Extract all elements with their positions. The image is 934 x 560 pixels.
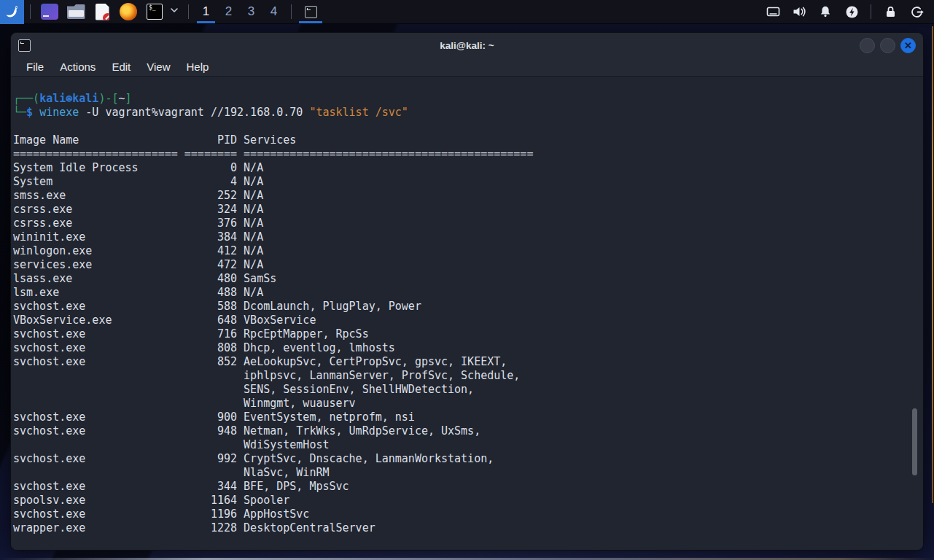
terminal-scrollbar-thumb[interactable] xyxy=(912,408,917,475)
launcher-dropdown-button[interactable] xyxy=(169,5,179,18)
menu-file[interactable]: File xyxy=(20,59,50,74)
display-tray-button[interactable] xyxy=(762,1,784,23)
close-button[interactable]: ✕ xyxy=(900,38,916,53)
command-quoted-string: "tasklist /svc" xyxy=(309,106,408,119)
wallpaper-edge-stripe xyxy=(932,26,933,503)
log-out-button[interactable] xyxy=(906,1,927,23)
display-icon xyxy=(766,6,780,18)
terminal-window-icon xyxy=(305,6,317,18)
workspace-3[interactable]: 3 xyxy=(240,0,262,23)
workspace-switcher: 1 2 3 4 xyxy=(195,0,285,23)
minimize-button[interactable] xyxy=(860,38,875,53)
menu-help[interactable]: Help xyxy=(179,59,215,74)
prompt-open: ┌──( xyxy=(13,92,39,105)
lock-screen-button[interactable] xyxy=(879,1,901,23)
prompt-mid: )-[ xyxy=(98,92,118,105)
launcher-firefox[interactable] xyxy=(117,1,139,23)
prompt-path: ~ xyxy=(119,92,125,105)
prompt-dollar: $ xyxy=(26,106,39,119)
menu-edit[interactable]: Edit xyxy=(105,59,137,74)
terminal-output: Image Name PID Services ================… xyxy=(13,120,920,535)
window-title: kali@kali: ~ xyxy=(11,40,923,51)
terminal-emulator-icon: $_ xyxy=(147,4,163,20)
panel-tray xyxy=(760,0,934,23)
prompt-line-1: ┌──(kali⊛kali)-[~] xyxy=(13,92,920,106)
log-out-icon xyxy=(910,5,924,19)
chevron-down-icon xyxy=(169,5,179,15)
text-editor-icon xyxy=(96,4,109,20)
menu-actions[interactable]: Actions xyxy=(53,59,102,74)
lock-icon xyxy=(884,5,897,18)
workspace-1[interactable]: 1 xyxy=(195,0,217,23)
bell-icon xyxy=(819,5,832,18)
titlebar[interactable]: kali@kali: ~ ✕ xyxy=(11,33,923,58)
kali-dragon-icon xyxy=(4,3,21,20)
top-panel: $_ 1 2 3 4 xyxy=(0,0,934,24)
panel-separator xyxy=(188,4,189,19)
terminal-content[interactable]: ┌──(kali⊛kali)-[~] └─$ winexe -U vagrant… xyxy=(11,77,923,550)
workspace-4[interactable]: 4 xyxy=(262,0,285,23)
prompt-close: ] xyxy=(125,92,132,105)
command-args: -U vagrant%vagrant //192.168.0.70 xyxy=(85,106,309,119)
panel-separator xyxy=(291,4,292,19)
power-manager-icon xyxy=(845,5,859,19)
launcher-terminal-emulator[interactable]: $_ xyxy=(144,1,166,23)
menu-bar: File Actions Edit View Help xyxy=(11,58,923,77)
launcher-terminal-app[interactable] xyxy=(39,1,61,23)
panel-separator xyxy=(30,4,31,19)
taskbar-window-button-terminal[interactable] xyxy=(297,0,324,23)
file-manager-icon xyxy=(67,4,85,19)
launcher-file-manager[interactable] xyxy=(65,1,87,23)
panel-launchers: $_ 1 2 3 4 xyxy=(0,0,324,23)
kali-menu-button[interactable] xyxy=(0,0,24,24)
power-manager-tray-button[interactable] xyxy=(841,1,863,23)
command-name: winexe xyxy=(39,106,85,119)
workspace-2[interactable]: 2 xyxy=(217,0,240,23)
launcher-text-editor[interactable] xyxy=(91,1,113,23)
notifications-tray-button[interactable] xyxy=(814,1,836,23)
menu-view[interactable]: View xyxy=(140,59,176,74)
panel-separator xyxy=(871,4,871,19)
prompt-line-2: └─$ winexe -U vagrant%vagrant //192.168.… xyxy=(13,106,920,120)
window-titlebar-icon xyxy=(18,39,31,52)
terminal-app-icon xyxy=(41,4,58,20)
prompt-user: kali⊛kali xyxy=(39,92,98,105)
firefox-icon xyxy=(120,3,137,20)
volume-tray-button[interactable] xyxy=(788,1,810,23)
volume-icon xyxy=(792,5,806,18)
prompt-prefix: └─ xyxy=(13,106,26,119)
maximize-button[interactable] xyxy=(880,38,895,53)
terminal-window: kali@kali: ~ ✕ File Actions Edit View He… xyxy=(10,32,924,551)
